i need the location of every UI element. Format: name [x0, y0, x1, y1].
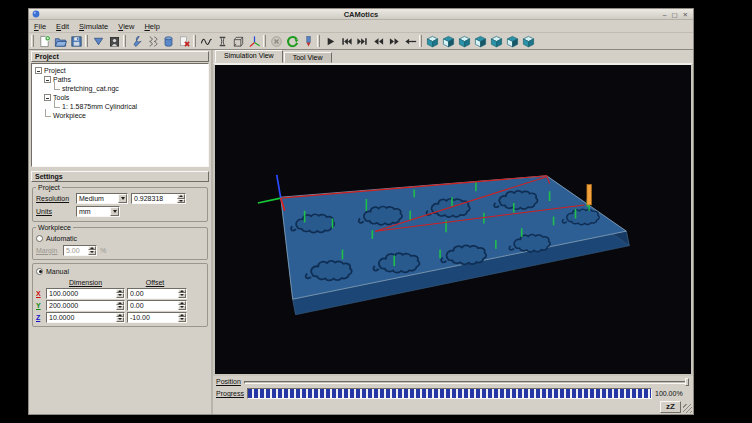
margin-label[interactable]: Margin: [36, 247, 60, 254]
y-dimension-spinbox[interactable]: 200.0000: [46, 300, 125, 311]
view-bottom-button[interactable]: [520, 34, 536, 49]
z-dimension-spinbox[interactable]: 10.0000: [46, 312, 125, 323]
spin-down-button[interactable]: [178, 293, 186, 298]
skip-to-end-button[interactable]: [354, 34, 370, 49]
snooze-button[interactable]: zZ: [660, 401, 681, 413]
y-axis-label[interactable]: Y: [36, 302, 44, 309]
add-tool-button[interactable]: [128, 34, 144, 49]
stop-simulation-button[interactable]: [268, 34, 284, 49]
view-back-button[interactable]: [456, 34, 472, 49]
position-slider[interactable]: [244, 376, 691, 387]
tree-item[interactable]: Project: [34, 66, 208, 75]
y-offset-spinbox[interactable]: 0.00: [127, 300, 187, 311]
spin-down-button[interactable]: [178, 317, 186, 322]
skip-to-start-button[interactable]: [338, 34, 354, 49]
menu-help[interactable]: Help: [139, 22, 164, 31]
resolution-number-spinbox[interactable]: 0.928318: [131, 193, 186, 204]
toggle-tool-button[interactable]: [214, 34, 230, 49]
position-label[interactable]: Position: [216, 378, 241, 385]
title-bar[interactable]: CAMotics – ▢ ✕: [29, 9, 693, 20]
position-slider-groove[interactable]: [244, 381, 689, 384]
settings-panel-header[interactable]: Settings: [31, 171, 209, 182]
menu-simulate[interactable]: Simulate: [74, 22, 113, 31]
step-back-button[interactable]: [370, 34, 386, 49]
toggle-axes-button[interactable]: [246, 34, 262, 49]
spin-down-button[interactable]: [177, 199, 185, 204]
z-offset-spinbox[interactable]: -10.00: [127, 312, 187, 323]
remove-tool-button[interactable]: [176, 34, 192, 49]
snapshot-button[interactable]: [106, 34, 122, 49]
maximize-icon[interactable]: ▢: [671, 10, 677, 19]
progress-label[interactable]: Progress: [216, 390, 244, 397]
toggle-toolpath-button[interactable]: [198, 34, 214, 49]
edit-tool-button[interactable]: [160, 34, 176, 49]
x-offset-spinbox[interactable]: 0.00: [127, 288, 187, 299]
tree-item[interactable]: Tools: [34, 93, 208, 102]
step-forward-button[interactable]: [386, 34, 402, 49]
z-axis-label[interactable]: Z: [36, 314, 44, 321]
project-panel-header[interactable]: Project: [31, 51, 209, 62]
view-left-button[interactable]: [472, 34, 488, 49]
menu-edit[interactable]: Edit: [51, 22, 74, 31]
tab-tool-view[interactable]: Tool View: [284, 52, 332, 63]
tree-expander-icon[interactable]: [44, 94, 51, 101]
tree-item[interactable]: stretching_cat.ngc: [34, 84, 208, 93]
view-top-button[interactable]: [504, 34, 520, 49]
toolbar-grip-icon[interactable]: [123, 35, 126, 47]
menu-view[interactable]: View: [113, 22, 139, 31]
toolbar-grip-icon[interactable]: [317, 35, 320, 47]
automatic-radio[interactable]: [36, 235, 43, 242]
reload-simulation-button[interactable]: [284, 34, 300, 49]
manual-radio[interactable]: [36, 268, 43, 275]
units-label[interactable]: Units: [36, 208, 73, 215]
toolbar-grip-icon[interactable]: [193, 35, 196, 47]
toolbar-group: [30, 33, 84, 49]
reduce-tool-icon: [302, 35, 315, 48]
toolbar-grip-icon[interactable]: [31, 35, 34, 47]
toolbar-grip-icon[interactable]: [263, 35, 266, 47]
tree-item[interactable]: Workpiece: [34, 111, 208, 120]
save-project-button[interactable]: [68, 34, 84, 49]
toggle-surface-button[interactable]: [230, 34, 246, 49]
x-dimension-spinbox[interactable]: 100.0000: [46, 288, 125, 299]
reduce-tool-button[interactable]: [300, 34, 316, 49]
tree-expander-icon[interactable]: [44, 76, 51, 83]
spin-down-button[interactable]: [116, 305, 124, 310]
view-isometric-button[interactable]: [424, 34, 440, 49]
x-axis-label[interactable]: X: [36, 290, 44, 297]
spin-down-button[interactable]: [116, 293, 124, 298]
direction-button[interactable]: [402, 34, 418, 49]
3d-scene[interactable]: [215, 65, 691, 374]
menu-file[interactable]: File: [29, 22, 51, 31]
tab-simulation-view[interactable]: Simulation View: [215, 50, 283, 63]
resolution-select[interactable]: Medium: [76, 193, 128, 204]
toolbar-grip-icon[interactable]: [419, 35, 422, 47]
units-select[interactable]: mm: [76, 206, 120, 217]
margin-spinbox[interactable]: 5.00: [63, 245, 97, 256]
spin-down-button[interactable]: [178, 305, 186, 310]
resolution-dropdown-button[interactable]: [118, 194, 127, 203]
close-icon[interactable]: ✕: [683, 10, 688, 19]
dimension-row-x: X100.00000.00: [36, 287, 204, 299]
export-button[interactable]: [90, 34, 106, 49]
resolution-label[interactable]: Resolution: [36, 195, 73, 202]
simulation-viewport[interactable]: [213, 63, 693, 376]
project-tree[interactable]: ProjectPathsstretching_cat.ngcTools1: 1.…: [31, 63, 209, 167]
spin-down-button[interactable]: [116, 317, 124, 322]
tree-expander-icon[interactable]: [35, 67, 42, 74]
view-front-button[interactable]: [440, 34, 456, 49]
tool-table-button[interactable]: [144, 34, 160, 49]
tree-item[interactable]: Paths: [34, 75, 208, 84]
play-button[interactable]: [322, 34, 338, 49]
toolbar-grip-icon[interactable]: [85, 35, 88, 47]
units-dropdown-button[interactable]: [110, 207, 119, 216]
position-slider-handle[interactable]: [685, 378, 689, 386]
view-right-button[interactable]: [488, 34, 504, 49]
dimension-row-z: Z10.0000-10.00: [36, 311, 204, 323]
minimize-icon[interactable]: –: [663, 10, 667, 19]
tree-item[interactable]: 1: 1.5875mm Cylindrical: [34, 102, 208, 111]
spin-down-button[interactable]: [88, 250, 96, 255]
resize-grip-icon[interactable]: [683, 404, 692, 413]
open-project-button[interactable]: [52, 34, 68, 49]
new-project-button[interactable]: [36, 34, 52, 49]
